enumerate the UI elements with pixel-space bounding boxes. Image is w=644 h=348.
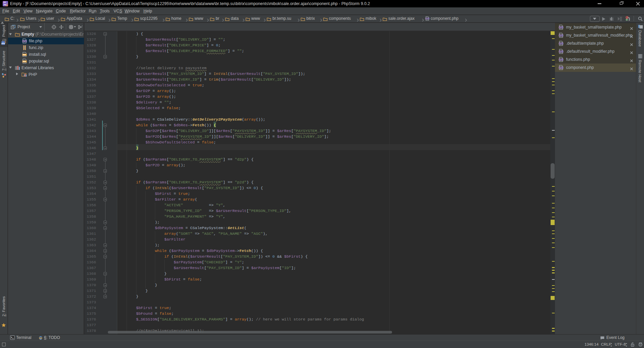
svg-text:php: php [559, 42, 563, 44]
svg-text:php: php [559, 34, 563, 36]
svg-text:php: php [559, 58, 563, 60]
svg-text:php: php [23, 40, 27, 42]
svg-text:php: php [559, 26, 563, 28]
svg-text:php: php [426, 18, 429, 19]
svg-text:php: php [1, 42, 5, 44]
svg-text:PS: PS [4, 4, 6, 6]
svg-text:php: php [559, 67, 563, 69]
svg-text:SQL: SQL [23, 54, 27, 56]
svg-text:php: php [559, 50, 563, 52]
svg-text:SQL: SQL [23, 60, 27, 62]
